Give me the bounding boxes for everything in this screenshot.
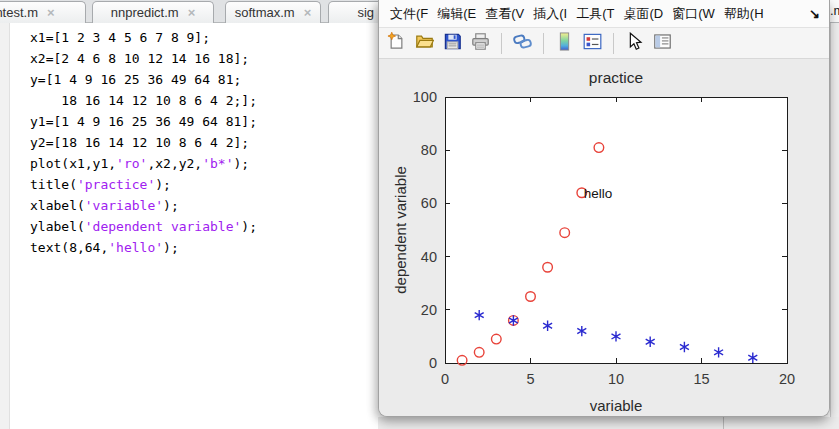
link-plot-button[interactable] bbox=[510, 31, 535, 56]
editor-tab-label: sig bbox=[357, 5, 374, 20]
tab-close-icon[interactable]: × bbox=[47, 6, 55, 19]
y-tick-label: 80 bbox=[421, 142, 437, 158]
editor-gutter[interactable] bbox=[0, 23, 10, 429]
editor-tab[interactable]: ntest.m× bbox=[0, 1, 86, 23]
menu-item-desktop[interactable]: 桌面(D bbox=[622, 4, 666, 24]
editor-tab-label: softmax.m bbox=[235, 5, 295, 20]
save-figure-button[interactable] bbox=[440, 31, 465, 56]
plot-title: practice bbox=[589, 69, 643, 86]
insert-colorbar-icon bbox=[555, 32, 574, 55]
x-tick-label: 0 bbox=[441, 371, 449, 387]
editor-tab[interactable]: nnpredict.m× bbox=[92, 1, 214, 23]
menu-item-file[interactable]: 文件(F bbox=[388, 4, 430, 24]
y-tick-label: 100 bbox=[413, 89, 437, 105]
open-file-icon bbox=[415, 32, 434, 55]
y-tick-label: 60 bbox=[421, 195, 437, 211]
toolbar-separator bbox=[613, 33, 614, 54]
x-tick-label: 15 bbox=[693, 371, 709, 387]
background-window-sliver: .m bbox=[830, 0, 839, 429]
open-file-button[interactable] bbox=[412, 31, 437, 56]
y-tick-label: 40 bbox=[421, 249, 437, 265]
y-tick-label: 20 bbox=[421, 302, 437, 318]
property-inspector-button[interactable] bbox=[650, 31, 675, 56]
menu-item-insert[interactable]: 插入(I bbox=[531, 4, 569, 24]
insert-legend-button[interactable] bbox=[580, 31, 605, 56]
insert-colorbar-button[interactable] bbox=[552, 31, 577, 56]
y-tick-label: 0 bbox=[429, 355, 437, 371]
x-tick-label: 5 bbox=[526, 371, 534, 387]
property-inspector-icon bbox=[653, 32, 672, 55]
menu-item-help[interactable]: 帮助(H bbox=[722, 4, 766, 24]
menu-item-tools[interactable]: 工具(T bbox=[574, 4, 616, 24]
menu-item-view[interactable]: 查看(V bbox=[483, 4, 526, 24]
x-tick-label: 20 bbox=[779, 371, 795, 387]
background-tab-fragment: .m bbox=[830, 0, 839, 23]
matlab-desktop: ntest.m×nnpredict.m×softmax.m×sig× x1=[1… bbox=[0, 0, 839, 429]
menu-item-edit[interactable]: 编辑(E bbox=[435, 4, 478, 24]
x-axis-label: variable bbox=[590, 397, 643, 414]
toolbar-separator bbox=[543, 33, 544, 54]
desktop-bottom-strip bbox=[378, 417, 839, 429]
plot-annotation-hello: hello bbox=[584, 186, 613, 201]
panel-divider-line bbox=[723, 417, 724, 429]
link-plot-icon bbox=[513, 32, 532, 55]
edit-plot-icon bbox=[625, 32, 644, 55]
toolbar-separator bbox=[501, 33, 502, 54]
tab-close-icon[interactable]: × bbox=[188, 6, 196, 19]
editor-tab-label: ntest.m bbox=[0, 5, 38, 20]
save-figure-icon bbox=[443, 32, 462, 55]
editor-tab[interactable]: softmax.m× bbox=[225, 1, 321, 23]
background-scrollbar-strip bbox=[830, 23, 839, 429]
print-figure-icon bbox=[471, 32, 490, 55]
y-axis-label: dependent variable bbox=[392, 166, 409, 294]
figure-window: 文件(F编辑(E查看(V插入(I工具(T桌面(D窗口(W帮助(H↘ 051015… bbox=[378, 0, 830, 417]
new-figure-button[interactable] bbox=[384, 31, 409, 56]
figure-menubar: 文件(F编辑(E查看(V插入(I工具(T桌面(D窗口(W帮助(H↘ bbox=[379, 0, 829, 28]
print-figure-button[interactable] bbox=[468, 31, 493, 56]
plot-axes-box bbox=[445, 97, 787, 363]
x-tick-label: 10 bbox=[608, 371, 624, 387]
figure-toolbar bbox=[379, 28, 829, 59]
new-figure-icon bbox=[387, 32, 406, 55]
editor-tab-label: nnpredict.m bbox=[111, 5, 179, 20]
insert-legend-icon bbox=[583, 32, 602, 55]
figure-canvas[interactable]: 05101520020406080100hellopracticevariabl… bbox=[379, 59, 829, 416]
tab-close-icon[interactable]: × bbox=[304, 6, 312, 19]
menu-overflow-chevron[interactable]: ↘ bbox=[809, 6, 820, 21]
plot-svg: 05101520020406080100hellopracticevariabl… bbox=[379, 59, 829, 416]
edit-plot-button[interactable] bbox=[622, 31, 647, 56]
menu-item-window[interactable]: 窗口(W bbox=[670, 4, 717, 24]
